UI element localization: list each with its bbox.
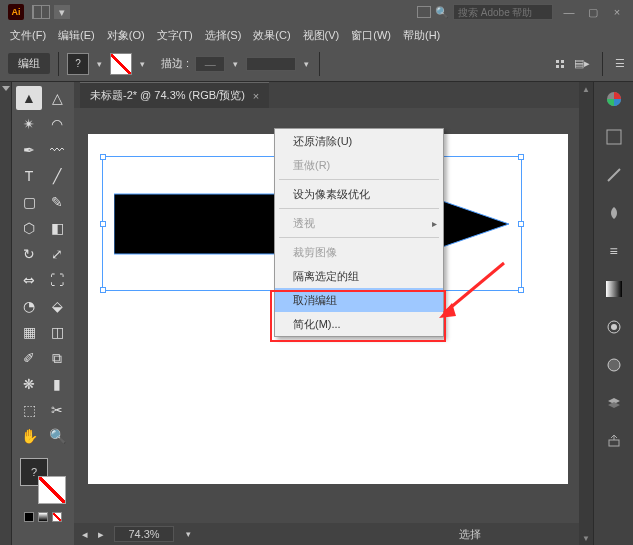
selection-type-label: 编组 [8,53,50,74]
menu-effect[interactable]: 效果(C) [249,26,294,45]
doc-layout-icon[interactable] [417,6,431,18]
layers-panel-icon[interactable] [603,392,625,414]
close-tab-icon[interactable]: × [253,90,259,102]
panel-options-icon[interactable] [556,60,564,68]
panel-menu-icon[interactable]: ☰ [615,57,625,70]
free-transform-tool[interactable]: ⛶ [44,268,70,292]
zoom-next-icon[interactable]: ▸ [98,528,104,541]
rectangle-tool[interactable]: ▢ [16,190,42,214]
title-bar: Ai ▾ 🔍 — ▢ × [0,0,633,24]
search-input[interactable] [453,4,553,20]
shaper-tool[interactable]: ⬡ [16,216,42,240]
zoom-level[interactable]: 74.3% [114,526,174,542]
fill-dropdown[interactable]: ▾ [95,59,104,69]
scroll-down-icon[interactable]: ▼ [579,531,593,545]
menu-bar: 文件(F) 编辑(E) 对象(O) 文字(T) 选择(S) 效果(C) 视图(V… [0,24,633,46]
swatches-panel-icon[interactable] [603,126,625,148]
workspace-icon[interactable] [32,5,50,19]
zoom-tool[interactable]: 🔍 [44,424,70,448]
color-mode-gradient[interactable] [38,512,48,522]
type-tool[interactable]: T [16,164,42,188]
ctx-ungroup[interactable]: 取消编组 [275,288,443,312]
menu-file[interactable]: 文件(F) [6,26,50,45]
column-graph-tool[interactable]: ▮ [44,372,70,396]
direct-selection-tool[interactable]: △ [44,86,70,110]
menu-window[interactable]: 窗口(W) [347,26,395,45]
width-tool[interactable]: ⇔ [16,268,42,292]
scale-tool[interactable]: ⤢ [44,242,70,266]
shape-builder-tool[interactable]: ◔ [16,294,42,318]
rotate-tool[interactable]: ↻ [16,242,42,266]
eraser-tool[interactable]: ◧ [44,216,70,240]
color-mode-solid[interactable] [24,512,34,522]
align-panel-icon[interactable]: ▤▸ [574,57,590,70]
stroke-dropdown[interactable]: ▾ [138,59,147,69]
handle-top-left[interactable] [100,154,106,160]
menu-edit[interactable]: 编辑(E) [54,26,99,45]
ctx-isolate-group[interactable]: 隔离选定的组 [275,264,443,288]
paintbrush-tool[interactable]: ✎ [44,190,70,214]
menu-type[interactable]: 文字(T) [153,26,197,45]
minimize-button[interactable]: — [561,6,577,19]
handle-mid-left[interactable] [100,221,106,227]
ctx-crop: 裁剪图像 [275,240,443,264]
eyedropper-tool[interactable]: ✐ [16,346,42,370]
close-button[interactable]: × [609,6,625,19]
menu-object[interactable]: 对象(O) [103,26,149,45]
vertical-scrollbar[interactable]: ▲ ▼ [579,82,593,545]
color-panel-icon[interactable] [603,88,625,110]
document-tab[interactable]: 未标题-2* @ 74.3% (RGB/预览) × [80,82,269,108]
canvas-area[interactable]: 还原清除(U) 重做(R) 设为像素级优化 透视 裁剪图像 隔离选定的组 取消编… [74,108,579,523]
perspective-tool[interactable]: ⬙ [44,294,70,318]
search-icon[interactable]: 🔍 [435,6,449,19]
menu-select[interactable]: 选择(S) [201,26,246,45]
slice-tool[interactable]: ✂ [44,398,70,422]
asset-export-panel-icon[interactable] [603,430,625,452]
menu-help[interactable]: 帮助(H) [399,26,444,45]
handle-bot-left[interactable] [100,287,106,293]
annotation-arrow [434,258,514,328]
menu-view[interactable]: 视图(V) [299,26,344,45]
zoom-prev-icon[interactable]: ◂ [82,528,88,541]
symbols-panel-icon[interactable] [603,202,625,224]
context-menu: 还原清除(U) 重做(R) 设为像素级优化 透视 裁剪图像 隔离选定的组 取消编… [274,128,444,337]
magic-wand-tool[interactable]: ✴ [16,112,42,136]
stroke-swatch[interactable] [110,53,132,75]
fill-stroke-control[interactable]: ? [20,458,66,504]
transparency-panel-icon[interactable] [603,316,625,338]
curvature-tool[interactable]: 〰 [44,138,70,162]
mesh-tool[interactable]: ▦ [16,320,42,344]
fill-swatch[interactable]: ? [67,53,89,75]
handle-bot-right[interactable] [518,287,524,293]
scroll-up-icon[interactable]: ▲ [579,82,593,96]
brushes-panel-icon[interactable] [603,164,625,186]
svg-rect-2 [606,281,622,297]
gradient-tool[interactable]: ◫ [44,320,70,344]
appearance-panel-icon[interactable] [603,354,625,376]
artboard-tool[interactable]: ⬚ [16,398,42,422]
stroke-box[interactable] [38,476,66,504]
lasso-tool[interactable]: ◠ [44,112,70,136]
zoom-dropdown[interactable]: ▾ [184,529,193,539]
handle-top-right[interactable] [518,154,524,160]
line-tool[interactable]: ╱ [44,164,70,188]
stroke-style-dropdown[interactable] [246,57,296,71]
color-mode-none[interactable] [52,512,62,522]
stroke-weight-dropdown[interactable]: ▾ [231,59,240,69]
blend-tool[interactable]: ⧉ [44,346,70,370]
gradient-panel-icon[interactable] [603,278,625,300]
maximize-button[interactable]: ▢ [585,6,601,19]
right-panel-dock: ≡ [593,82,633,545]
stroke-panel-icon[interactable]: ≡ [603,240,625,262]
left-gutter[interactable] [0,82,12,545]
workspace-dropdown[interactable]: ▾ [54,5,70,19]
selection-tool[interactable]: ▲ [16,86,42,110]
ctx-undo[interactable]: 还原清除(U) [275,129,443,153]
stroke-weight-input[interactable]: — [195,56,225,72]
handle-mid-right[interactable] [518,221,524,227]
ctx-simplify[interactable]: 简化(M)... [275,312,443,336]
pen-tool[interactable]: ✒ [16,138,42,162]
ctx-pixel-perfect[interactable]: 设为像素级优化 [275,182,443,206]
symbol-sprayer-tool[interactable]: ❋ [16,372,42,396]
hand-tool[interactable]: ✋ [16,424,42,448]
